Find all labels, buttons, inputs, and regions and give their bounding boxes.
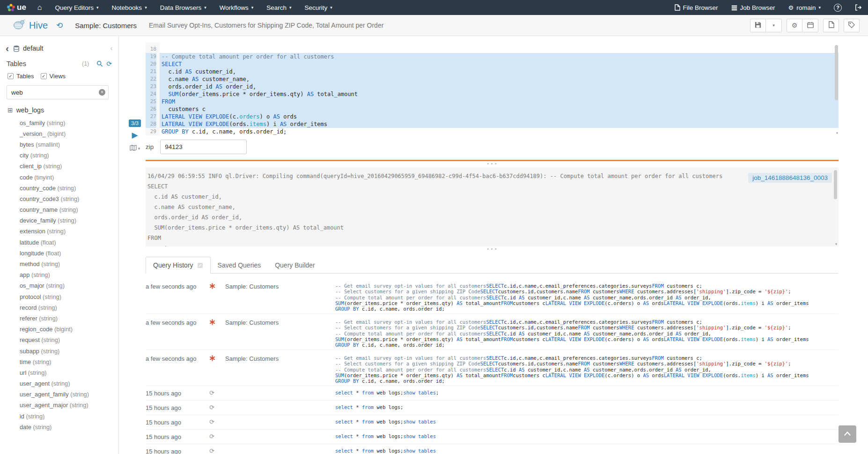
log-scrollbar[interactable]: ▾ xyxy=(833,167,838,246)
column-item[interactable]: os_family (string) xyxy=(0,118,118,128)
column-item[interactable]: country_code (string) xyxy=(0,183,118,194)
menu-workflows[interactable]: Workflows▾ xyxy=(213,0,260,15)
explain-menu[interactable]: ▾ xyxy=(130,144,140,153)
menu-search[interactable]: Search▾ xyxy=(260,0,298,15)
job-browser-button[interactable]: Job Browser xyxy=(725,0,782,15)
resize-grip[interactable]: • • • xyxy=(146,162,839,167)
collapse-panel-icon[interactable]: ‹ xyxy=(110,44,113,53)
code-line[interactable]: GROUP BY c.id, c.name, ords.order_id; xyxy=(160,128,839,135)
column-item[interactable]: date (string) xyxy=(0,422,118,432)
history-row[interactable]: 15 hours ago⟳select * from web_logs;show… xyxy=(146,415,839,430)
table-item-web-logs[interactable]: ⊞ web_logs xyxy=(0,100,118,115)
history-row[interactable]: 15 hours ago⟳select * from web_logs;show… xyxy=(146,430,839,444)
column-item[interactable]: region_code (bigint) xyxy=(0,324,118,335)
history-row[interactable]: a few seconds agoSample: Customers-- Get… xyxy=(146,314,839,350)
back-arrow-icon[interactable]: ‹ xyxy=(6,45,9,52)
column-item[interactable]: app (string) xyxy=(0,270,118,281)
code-line[interactable]: SUM(order_items.price * order_items.qty)… xyxy=(160,90,839,98)
save-button[interactable] xyxy=(750,19,766,32)
code-line[interactable]: c.id AS customer_id, xyxy=(160,68,839,75)
new-document-button[interactable] xyxy=(823,19,839,32)
history-row[interactable]: a few seconds agoSample: Customers-- Get… xyxy=(146,278,839,314)
history-row[interactable]: 15 hours ago⟳select * from web_logs;show… xyxy=(146,386,839,401)
scroll-to-top-button[interactable] xyxy=(839,425,856,443)
menu-security[interactable]: Security▾ xyxy=(298,0,339,15)
code-line[interactable]: customers c xyxy=(160,105,839,113)
menu-notebooks[interactable]: Notebooks▾ xyxy=(105,0,154,15)
scroll-down-icon[interactable]: ▾ xyxy=(835,242,838,246)
editor-code[interactable]: -- Compute total amount per order for al… xyxy=(160,43,839,135)
column-item[interactable]: city (string) xyxy=(0,150,118,161)
resize-grip[interactable]: • • • xyxy=(146,247,839,252)
code-line[interactable] xyxy=(160,45,839,53)
history-row[interactable]: a few seconds agoSample: Customers-- Get… xyxy=(146,350,839,386)
column-item[interactable]: user_agent_family (string) xyxy=(0,389,118,400)
tab-query-history[interactable]: Query History xyxy=(146,257,211,274)
column-item[interactable]: latitude (float) xyxy=(0,237,118,248)
refresh-icon[interactable]: ⟳ xyxy=(106,60,112,67)
menu-data-browsers[interactable]: Data Browsers▾ xyxy=(154,0,213,15)
sql-token: AS xyxy=(456,336,463,342)
column-item[interactable]: user_agent_major (string) xyxy=(0,400,118,411)
column-item[interactable]: client_ip (string) xyxy=(0,161,118,172)
column-item[interactable]: longitude (float) xyxy=(0,248,118,259)
query-history-icon[interactable]: ⟲ xyxy=(56,21,63,30)
schedule-button[interactable] xyxy=(802,19,818,32)
hue-logo[interactable]: ue xyxy=(0,0,31,15)
column-item[interactable]: referer (string) xyxy=(0,313,118,324)
views-checkbox[interactable]: ✓ xyxy=(41,73,47,79)
variable-zip-input[interactable] xyxy=(160,140,247,154)
scrollbar-thumb[interactable] xyxy=(834,170,837,199)
column-item[interactable]: device_family (string) xyxy=(0,216,118,226)
edit-icon[interactable] xyxy=(197,262,203,268)
code-line[interactable]: -- Compute total amount per order for al… xyxy=(160,53,839,60)
column-item[interactable]: protocol (string) xyxy=(0,291,118,302)
column-item[interactable]: record (string) xyxy=(0,302,118,313)
job-link[interactable]: job_1461888648136_0003 xyxy=(748,173,832,183)
tab-saved-queries[interactable]: Saved Queries xyxy=(211,257,268,273)
sql-editor[interactable]: 181920212223242526272829 -- Compute tota… xyxy=(146,43,839,135)
user-menu[interactable]: ⚙ romain ▾ xyxy=(782,0,827,15)
table-filter-input[interactable] xyxy=(7,85,109,99)
history-row[interactable]: 15 hours ago⟳select * from web_logs; xyxy=(146,401,839,415)
column-item[interactable]: user_agent (string) xyxy=(0,379,118,389)
search-icon[interactable] xyxy=(96,60,103,67)
tab-query-builder[interactable]: Query Builder xyxy=(268,257,322,273)
menu-query-editors[interactable]: Query Editors▾ xyxy=(49,0,105,15)
column-item[interactable]: request (string) xyxy=(0,335,118,346)
hive-brand[interactable]: Hive xyxy=(13,19,48,31)
home-button[interactable]: ⌂ xyxy=(31,0,49,15)
column-item[interactable]: os_major (string) xyxy=(0,281,118,291)
scroll-down-icon[interactable]: ▾ xyxy=(836,131,839,135)
code-line[interactable]: LATERAL VIEW EXPLODE(c.orders) o AS ords xyxy=(160,113,839,120)
code-line[interactable]: c.name AS customer_name, xyxy=(160,75,839,83)
column-item[interactable]: extension (string) xyxy=(0,226,118,237)
code-line[interactable]: SELECT xyxy=(160,60,839,68)
column-item[interactable]: url (string) xyxy=(0,367,118,378)
execute-button[interactable]: ▶ xyxy=(132,131,138,139)
code-line[interactable]: LATERAL VIEW EXPLODE(ords.items) i AS or… xyxy=(160,120,839,128)
scrollbar-thumb[interactable] xyxy=(835,45,838,100)
file-browser-button[interactable]: File Browser xyxy=(668,0,725,15)
code-line[interactable]: FROM xyxy=(160,98,839,105)
history-row[interactable]: 15 hours ago⟳select * from web_logs;show… xyxy=(146,444,839,454)
save-options-button[interactable]: ▾ xyxy=(766,19,782,32)
column-item[interactable]: country_name (string) xyxy=(0,205,118,216)
help-button[interactable]: ? xyxy=(827,0,848,15)
settings-button[interactable]: ⚙ xyxy=(787,19,802,32)
logout-button[interactable] xyxy=(848,0,868,15)
column-item[interactable]: country_code3 (string) xyxy=(0,194,118,204)
column-item[interactable]: time (string) xyxy=(0,357,118,367)
clear-filter-icon[interactable]: × xyxy=(99,89,105,96)
column-item[interactable]: code (tinyint) xyxy=(0,172,118,183)
tables-checkbox[interactable]: ✓ xyxy=(7,73,14,79)
column-item[interactable]: subapp (string) xyxy=(0,346,118,357)
database-name[interactable]: default xyxy=(23,45,44,52)
code-line[interactable]: ords.order_id AS order_id, xyxy=(160,83,839,90)
editor-scrollbar[interactable]: ▾ xyxy=(834,43,839,135)
tags-button[interactable] xyxy=(844,19,860,32)
column-item[interactable]: id (string) xyxy=(0,411,118,422)
column-item[interactable]: _version_ (bigint) xyxy=(0,128,118,139)
column-item[interactable]: bytes (smallint) xyxy=(0,139,118,150)
column-item[interactable]: method (string) xyxy=(0,259,118,269)
